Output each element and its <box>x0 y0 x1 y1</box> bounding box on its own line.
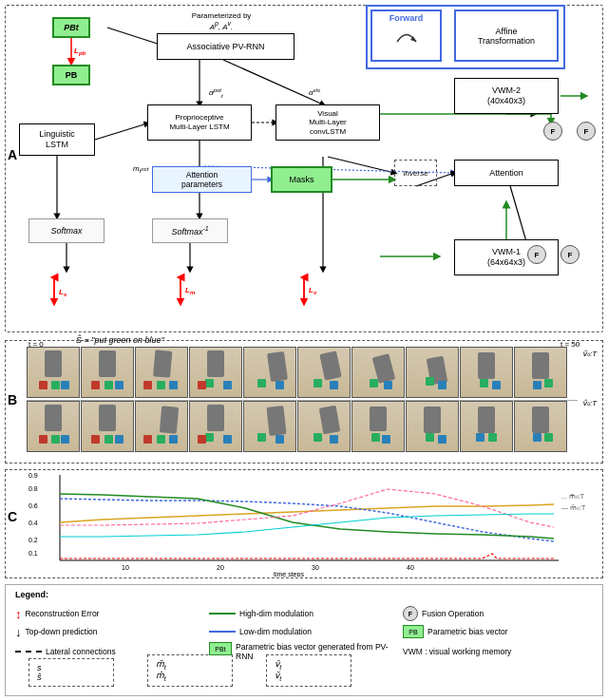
legend-topdown-text: Top-down prediction <box>26 627 98 636</box>
legend-box: Legend: ↕ Reconstruction Error High-dim … <box>5 584 603 696</box>
legend-item-highdim: High-dim modulation <box>209 606 399 621</box>
legend-item-pb: PB Parametric bias vector <box>403 625 574 638</box>
visual-label: VisualMulti-LayerconvLSTM <box>309 109 347 137</box>
pb-label: PB <box>66 70 78 81</box>
pb-box: PB <box>52 65 90 85</box>
legend-item-fusion: F Fusion Operation <box>403 606 574 621</box>
v-top-label: v̂₀:T <box>582 350 597 358</box>
robot-frame-19 <box>460 401 513 452</box>
svg-text:20: 20 <box>217 564 224 571</box>
robot-frame-14 <box>189 401 242 452</box>
svg-text:— m̂₀:T: — m̂₀:T <box>561 504 586 511</box>
legend-vwm-text: VWM : visual working memory <box>403 647 511 656</box>
svg-text:0.6: 0.6 <box>28 502 38 509</box>
main-wrapper: A Lpb <box>0 0 608 700</box>
fusion-circle-2: F <box>577 122 596 141</box>
vwm2-label: VWM-2(40x40x3) <box>487 85 525 106</box>
robot-frame-6 <box>297 347 351 398</box>
softmax-inv-label: Softmax-1 <box>171 225 208 237</box>
robot-frame-5 <box>243 347 296 398</box>
assoc-pvrnn-box: Associative PV-RNN <box>157 33 294 60</box>
param-text: Parameterized byAp, Av. <box>160 11 283 31</box>
prop-label: ProprioceptiveMulti-Layer LSTM <box>169 113 229 131</box>
legend-item-pbt: PBt Parametric bias vector generated fro… <box>209 642 399 661</box>
prop-lstm-box: ProprioceptiveMulti-Layer LSTM <box>147 104 252 141</box>
vwm1-label: VWM-1(64x64x3) <box>487 247 525 268</box>
legend-title: Legend: <box>15 590 593 599</box>
robot-frame-20 <box>514 401 567 452</box>
inverse-box: Inverse <box>394 160 437 186</box>
softmax-label: Softmax <box>50 226 82 236</box>
forward-box: Forward <box>370 9 442 62</box>
robot-frame-17 <box>352 401 405 452</box>
fusion-label-2: F <box>584 127 589 136</box>
fusion-label-3: F <box>535 251 540 259</box>
svg-text:0.8: 0.8 <box>28 485 38 492</box>
robot-frame-9 <box>460 347 513 398</box>
s-hat-sequence-label: Ŝ = "put green on blue" <box>76 335 164 345</box>
affine-box: AffineTransformation <box>454 9 559 62</box>
legend-item-lowdim: Low-dim modulation <box>209 625 399 638</box>
masks-box: Masks <box>271 166 332 193</box>
fusion-circle-3: F <box>527 245 546 264</box>
softmax-box: Softmax <box>28 218 104 243</box>
attention-params-box: Attentionparameters <box>152 166 252 193</box>
forward-label: Forward <box>390 13 424 23</box>
linguistic-lstm-box: LinguisticLSTM <box>19 123 95 156</box>
v-bottom-label: v̂₀:T <box>582 399 597 407</box>
legend-item-lateral: Lateral connections <box>15 642 205 661</box>
fusion-circle-1: F <box>543 122 562 141</box>
legend-highdim-text: High-dim modulation <box>239 609 314 618</box>
vwm2-box: VWM-2(40x40x3) <box>454 78 559 114</box>
robot-frame-13 <box>135 401 188 452</box>
robot-images-row1 <box>27 347 567 398</box>
robot-frame-1 <box>27 347 80 398</box>
legend-lowdim-text: Low-dim modulation <box>239 627 312 636</box>
svg-text:10: 10 <box>122 564 129 571</box>
svg-text:0.4: 0.4 <box>28 520 38 526</box>
legend-pbt-text: Parametric bias vector generated from PV… <box>236 642 399 661</box>
pbt-box: PBt <box>52 17 90 38</box>
fusion-circle-4: F <box>560 245 580 264</box>
svg-text:40: 40 <box>407 564 414 571</box>
legend-pb-text: Parametric bias vector <box>428 627 508 636</box>
s-hat-text: Ŝ = "put green on blue" <box>76 335 164 345</box>
robot-frame-12 <box>81 401 134 452</box>
legend-reconstruction-text: Reconstruction Error <box>26 609 100 618</box>
robot-frame-16 <box>297 401 351 452</box>
legend-fusion-text: Fusion Operation <box>422 609 484 618</box>
robot-frame-15 <box>243 401 296 452</box>
pbt-label: PBt <box>64 23 79 33</box>
legend-pb-icon: PB <box>403 625 424 638</box>
masks-label: Masks <box>289 175 314 185</box>
affine-label: AffineTransformation <box>478 27 535 46</box>
graph-chart: 0.9 0.8 0.6 0.4 0.2 0.1 10 20 30 40 Norm… <box>27 470 587 577</box>
svg-text:0.2: 0.2 <box>28 537 38 543</box>
robot-images-row2 <box>27 401 567 452</box>
robot-frame-2 <box>81 347 134 398</box>
svg-text:... m̃₀:T: ... m̃₀:T <box>561 493 585 500</box>
svg-text:time steps: time steps <box>274 571 304 577</box>
robot-frame-11 <box>27 401 80 452</box>
legend-fusion-icon: F <box>403 606 418 621</box>
legend-item-vwm: VWM : visual working memory <box>403 642 574 661</box>
legend-item-topdown: ↓ Top-down prediction <box>15 625 205 638</box>
fusion-label-1: F <box>551 127 556 136</box>
softmax-inv-box: Softmax-1 <box>152 218 228 243</box>
robot-frame-4 <box>189 347 242 398</box>
robot-frame-7 <box>352 347 405 398</box>
legend-lateral-text: Lateral connections <box>46 647 116 656</box>
linguistic-label: LinguisticLSTM <box>39 129 75 150</box>
robot-frame-18 <box>406 401 459 452</box>
fusion-label-4: F <box>568 251 573 259</box>
robot-frame-8 <box>406 347 459 398</box>
robot-frame-10 <box>514 347 567 398</box>
attention-label: Attention <box>489 168 523 179</box>
svg-text:0.1: 0.1 <box>28 550 38 557</box>
attention-box: Attention <box>454 160 559 186</box>
legend-pbt-icon: PBt <box>209 642 232 655</box>
visual-lstm-box: VisualMulti-LayerconvLSTM <box>276 104 380 141</box>
robot-frame-3 <box>135 347 188 398</box>
attn-label: Attentionparameters <box>181 170 222 189</box>
legend-item-reconstruction: ↕ Reconstruction Error <box>15 606 205 621</box>
